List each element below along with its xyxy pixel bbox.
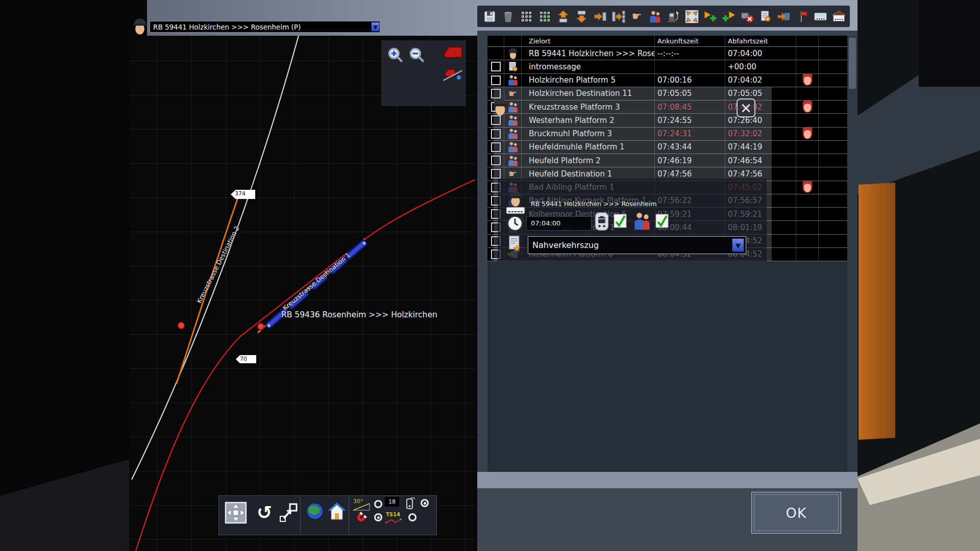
flag-icon[interactable] [795, 9, 810, 24]
delay-face-icon [801, 74, 814, 87]
eep-timetable-screen: Kreuzstrasse Destination 2 Kreuzstrasse … [0, 0, 980, 551]
close-button[interactable]: × [737, 98, 755, 117]
km-marker-70[interactable]: 70 [236, 355, 256, 363]
cell-abfahrtszeit[interactable]: 07:04:00 [725, 47, 796, 60]
collapse-icon[interactable] [684, 9, 699, 24]
table-row[interactable]: intromessage +00:00 [487, 60, 847, 73]
train-type-dropdown[interactable]: Nahverkehrszug ▼ [528, 236, 746, 254]
passengers-icon[interactable] [648, 9, 663, 24]
track-style-icon [385, 518, 403, 524]
ok-button-label: OK [754, 494, 839, 531]
phone-icon [403, 496, 416, 510]
script-icon [504, 60, 522, 73]
insert-icon[interactable] [593, 9, 607, 24]
cell-ankunftszeit[interactable]: 07:00:16 [655, 74, 725, 87]
header-extra-col [819, 36, 847, 46]
globe-icon[interactable] [305, 501, 325, 521]
table-row[interactable]: RB 59441 Holzkirchen >>> Rosenhei --:--:… [487, 47, 847, 60]
train-badge-icon[interactable] [594, 211, 609, 232]
signal-edit-icon[interactable] [442, 64, 464, 83]
svg-text:30°: 30° [353, 498, 363, 505]
table-scrollbar-thumb[interactable] [849, 38, 856, 89]
magnet-icon [354, 512, 368, 524]
track-style-radio[interactable] [408, 513, 416, 521]
table-scrollbar[interactable] [847, 36, 857, 472]
grid-size-value[interactable]: 18 [385, 497, 399, 507]
cell-ankunftszeit[interactable] [655, 60, 725, 73]
row-checkbox[interactable] [491, 62, 501, 71]
script-gear-icon[interactable] [758, 9, 773, 24]
remove-train-icon[interactable] [740, 9, 754, 24]
window-bottom-band [477, 472, 857, 488]
grid-green-icon[interactable] [537, 9, 552, 24]
script-star-icon: ★ [506, 234, 524, 253]
delay-face-icon [801, 101, 814, 113]
hand-pointer-icon[interactable]: ☛ [629, 9, 644, 24]
move-up-icon[interactable] [556, 9, 571, 24]
header-abfahrtszeit[interactable]: Abfahrtszeit [725, 36, 796, 46]
drag-driver-avatar-icon [491, 97, 509, 117]
platform-icon[interactable] [813, 9, 828, 24]
train-selector-value: RB 59441 Holzkirchen >>> Rosenheim (P) [153, 23, 301, 31]
zoom-out-icon[interactable] [408, 46, 426, 64]
move-view-icon[interactable] [279, 502, 298, 523]
track-style-label: TS14 [386, 512, 402, 517]
km-marker-374[interactable]: 374 [231, 190, 255, 199]
signal-dot[interactable] [258, 323, 264, 330]
departure-time-field[interactable]: 07:04:00 [526, 216, 592, 231]
cell-ankunftszeit[interactable]: --:--:-- [655, 47, 725, 60]
home-icon[interactable] [328, 501, 346, 521]
save-icon[interactable] [482, 9, 497, 24]
row-checkbox[interactable] [491, 76, 501, 85]
dropdown-arrow-icon[interactable]: ▼ [371, 22, 380, 32]
header-checkbox-col [487, 36, 504, 46]
scene-orange-pillar [859, 183, 895, 440]
move-down-icon[interactable] [574, 9, 589, 24]
driver-avatar-icon [131, 17, 149, 36]
svg-text:★: ★ [512, 243, 521, 253]
timetable-toolbar: ☛ [477, 6, 850, 27]
cell-zielort[interactable]: intromessage [522, 60, 655, 73]
train-selector[interactable]: RB 59441 Holzkirchen >>> Rosenheim (P) [150, 21, 380, 33]
header-status-col [796, 36, 819, 46]
header-ankunftszeit[interactable]: Ankunftszeit [655, 36, 725, 46]
rotate-icon[interactable]: ↺ [253, 502, 276, 524]
slope-icon: 30° [352, 497, 372, 512]
train-type-value: Nahverkehrszug [532, 240, 599, 250]
drag-tooltip-title: RB 59441 Holzkirchen >>> Rosenheim [531, 200, 657, 208]
table-row[interactable]: Holzkirchen Platform 5 07:00:16 07:04:02 [487, 74, 847, 87]
header-icon-col [504, 36, 522, 46]
fuel-icon[interactable] [666, 9, 681, 24]
signal-dot[interactable] [178, 322, 185, 329]
train-label-rb59436: RB 59436 Rosenheim >>> Holzkirchen [281, 310, 437, 319]
toolbar-divider [300, 496, 301, 534]
scene-roof-dark [919, 0, 980, 87]
header-zielort[interactable]: Zielort [522, 36, 655, 46]
cell-abfahrtszeit[interactable]: 07:04:02 [725, 74, 796, 87]
zoom-in-icon[interactable] [386, 46, 405, 64]
add-before-icon[interactable] [721, 9, 736, 24]
append-icon[interactable] [611, 9, 626, 24]
slope-radio[interactable] [374, 500, 382, 508]
grid-icon[interactable] [519, 9, 534, 24]
cell-abfahrtszeit[interactable]: +00:00 [725, 60, 796, 73]
dropdown-arrow-icon[interactable]: ▼ [732, 238, 744, 252]
tooltip-driver-icon [507, 190, 524, 208]
delay-face-icon [801, 181, 814, 194]
add-after-icon[interactable] [703, 9, 718, 24]
people-big-icon[interactable] [632, 210, 652, 232]
stop-checkbox-checked-icon[interactable] [612, 212, 628, 230]
magnet-radio[interactable] [374, 513, 382, 521]
pan-icon[interactable] [225, 502, 247, 524]
cell-zielort[interactable]: RB 59441 Holzkirchen >>> Rosenhei [522, 47, 655, 60]
people-icon [504, 74, 522, 87]
passenger-checkbox-checked-icon[interactable] [654, 212, 670, 230]
phone-radio[interactable] [421, 499, 429, 507]
ok-button[interactable]: OK [751, 492, 841, 534]
delete-icon[interactable] [501, 9, 516, 24]
signal-icon[interactable] [442, 45, 464, 61]
export-icon[interactable] [776, 9, 791, 24]
clock-icon[interactable] [506, 214, 524, 233]
cell-zielort[interactable]: Holzkirchen Platform 5 [522, 74, 655, 87]
depot-icon[interactable] [831, 9, 846, 24]
